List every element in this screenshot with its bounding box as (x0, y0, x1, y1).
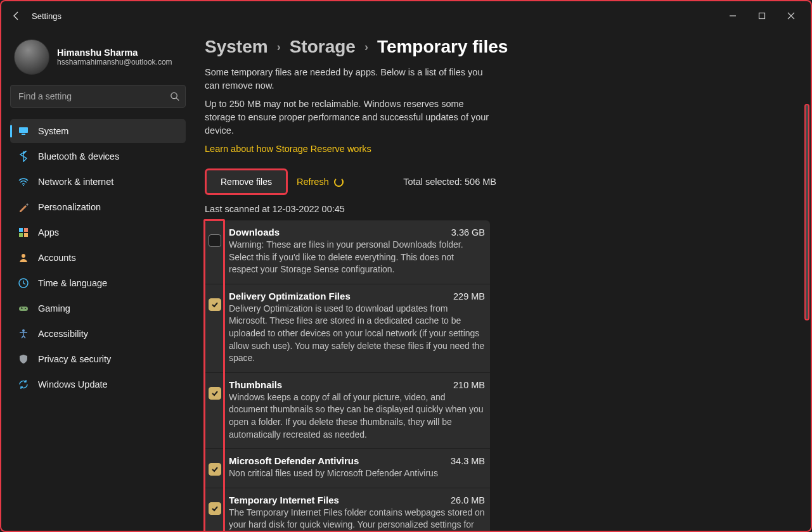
item-title: Thumbnails (229, 379, 282, 390)
search-input[interactable] (10, 85, 186, 108)
item-title: Downloads (229, 227, 280, 238)
total-selected: Total selected: 506 MB (403, 177, 496, 187)
sidebar-item-gaming[interactable]: Gaming (10, 296, 186, 320)
sidebar-item-accounts[interactable]: Accounts (10, 246, 186, 270)
titlebar: Settings (1, 1, 811, 30)
svg-point-17 (22, 329, 25, 332)
sidebar-item-label: Time & language (38, 278, 107, 288)
remove-files-button[interactable]: Remove files (205, 168, 288, 195)
breadcrumb-storage[interactable]: Storage (290, 37, 356, 57)
item-size: 3.36 GB (451, 227, 485, 238)
item-size: 210 MB (453, 380, 485, 390)
accounts-icon (18, 252, 29, 263)
sidebar-item-label: System (38, 126, 68, 136)
svg-rect-5 (22, 134, 25, 135)
item-desc: Windows keeps a copy of all of your pict… (229, 391, 485, 441)
item-title: Temporary Internet Files (229, 495, 339, 505)
nav: SystemBluetooth & devicesNetwork & inter… (10, 119, 186, 396)
breadcrumb: System › Storage › Temporary files (205, 37, 811, 57)
item-size: 229 MB (453, 291, 485, 301)
sidebar-item-label: Bluetooth & devices (38, 151, 119, 162)
list-item[interactable]: Microsoft Defender Antivirus34.3 MBNon c… (205, 449, 490, 488)
search-icon (170, 92, 179, 101)
apps-icon (18, 227, 29, 238)
svg-rect-10 (24, 233, 28, 237)
close-button[interactable] (777, 6, 806, 26)
window-title: Settings (32, 11, 61, 21)
svg-rect-13 (19, 307, 28, 311)
list-item[interactable]: Downloads3.36 GBWarning: These are files… (205, 220, 490, 284)
svg-line-3 (176, 98, 179, 101)
back-button[interactable] (6, 6, 27, 26)
list-item[interactable]: Temporary Internet Files26.0 MBThe Tempo… (205, 488, 490, 531)
bluetooth-icon (18, 151, 29, 162)
svg-rect-1 (759, 13, 765, 19)
item-desc: Non critical files used by Microsoft Def… (229, 467, 485, 480)
sidebar-item-privacy-security[interactable]: Privacy & security (10, 347, 186, 371)
page-title: Temporary files (377, 37, 508, 57)
description-1: Some temporary files are needed by apps.… (205, 66, 496, 92)
gaming-icon (18, 303, 29, 314)
refresh-label: Refresh (297, 177, 329, 187)
checkbox[interactable] (209, 298, 221, 311)
scrollbar[interactable] (804, 104, 809, 320)
item-desc: Warning: These are files in your persona… (229, 239, 485, 276)
svg-rect-4 (19, 127, 28, 133)
svg-rect-8 (24, 228, 28, 232)
sidebar-item-personalization[interactable]: Personalization (10, 195, 186, 219)
svg-point-11 (22, 254, 25, 258)
checkbox[interactable] (209, 234, 221, 247)
search-box[interactable] (10, 85, 186, 108)
sidebar-item-label: Accounts (38, 253, 76, 263)
clock-icon (18, 277, 29, 289)
maximize-button[interactable] (747, 6, 777, 26)
svg-rect-9 (19, 233, 23, 237)
sidebar-item-label: Network & internet (38, 177, 113, 187)
sidebar-item-label: Windows Update (38, 379, 108, 390)
shield-icon (18, 353, 29, 365)
checkbox[interactable] (209, 463, 221, 476)
sidebar-item-system[interactable]: System (10, 119, 186, 143)
learn-link[interactable]: Learn about how Storage Reserve works (205, 144, 371, 154)
breadcrumb-system[interactable]: System (205, 37, 268, 57)
svg-point-2 (171, 92, 177, 98)
item-desc: Delivery Optimization is used to downloa… (229, 303, 485, 365)
list-item[interactable]: Delivery Optimization Files229 MBDeliver… (205, 284, 490, 373)
sidebar-item-label: Personalization (38, 202, 101, 212)
svg-rect-16 (22, 307, 22, 309)
sidebar-item-label: Gaming (38, 303, 70, 314)
last-scanned: Last scanned at 12-03-2022 00:45 (205, 204, 811, 214)
wifi-icon (18, 176, 29, 187)
user-name: Himanshu Sharma (57, 48, 172, 58)
svg-point-6 (23, 185, 24, 186)
item-size: 26.0 MB (451, 495, 485, 505)
svg-rect-7 (19, 228, 23, 232)
sidebar: Himanshu Sharma hssharmahimanshu@outlook… (1, 30, 195, 531)
item-title: Microsoft Defender Antivirus (229, 455, 359, 466)
paint-icon (18, 201, 29, 213)
checkbox[interactable] (209, 502, 221, 515)
sidebar-item-bluetooth-devices[interactable]: Bluetooth & devices (10, 144, 186, 168)
sidebar-item-label: Apps (38, 227, 59, 238)
description-2: Up to 250 MB may not be reclaimable. Win… (205, 98, 496, 137)
sidebar-item-accessibility[interactable]: Accessibility (10, 322, 186, 346)
chevron-right-icon: › (277, 41, 281, 54)
refresh-button[interactable]: Refresh (297, 177, 344, 187)
sidebar-item-time-language[interactable]: Time & language (10, 271, 186, 295)
avatar (14, 39, 49, 75)
accessibility-icon (18, 328, 29, 339)
spinner-icon (334, 177, 344, 187)
item-size: 34.3 MB (451, 456, 485, 466)
minimize-button[interactable] (718, 6, 747, 26)
list-item[interactable]: Thumbnails210 MBWindows keeps a copy of … (205, 373, 490, 449)
sidebar-item-apps[interactable]: Apps (10, 220, 186, 244)
sidebar-item-network-internet[interactable]: Network & internet (10, 170, 186, 194)
sidebar-item-label: Accessibility (38, 329, 88, 339)
chevron-right-icon: › (364, 41, 368, 54)
sidebar-item-windows-update[interactable]: Windows Update (10, 372, 186, 396)
svg-point-14 (25, 308, 26, 309)
user-email: hssharmahimanshu@outlook.com (57, 58, 172, 66)
sidebar-item-label: Privacy & security (38, 354, 111, 364)
profile[interactable]: Himanshu Sharma hssharmahimanshu@outlook… (10, 37, 186, 85)
checkbox[interactable] (209, 387, 221, 400)
